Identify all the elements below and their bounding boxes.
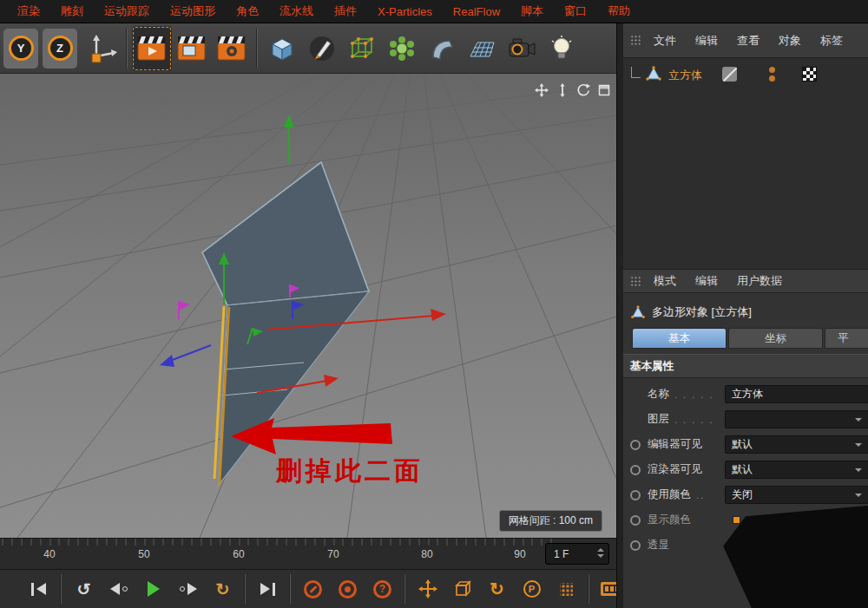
key-parameter-button[interactable]: P <box>516 573 548 605</box>
grip-icon[interactable] <box>630 276 641 287</box>
panel-splitter[interactable] <box>616 23 623 608</box>
move-axis-icon <box>85 32 118 65</box>
key-pla-button[interactable] <box>550 573 582 605</box>
menu-motion-tracker[interactable]: 运动跟踪 <box>94 3 160 19</box>
gear-flower-icon <box>387 34 417 63</box>
maximize-icon[interactable] <box>595 82 613 99</box>
deformer-button[interactable] <box>422 26 462 71</box>
animation-toggle-icon[interactable] <box>630 490 641 500</box>
om-menu-objects[interactable]: 对象 <box>769 33 811 49</box>
go-to-start-button[interactable] <box>23 573 55 605</box>
render-settings-button[interactable] <box>212 26 252 71</box>
go-to-end-button[interactable] <box>252 573 284 605</box>
uvw-tag-icon[interactable] <box>802 67 817 82</box>
tab-coordinates[interactable]: 坐标 <box>728 328 823 349</box>
om-menu-edit[interactable]: 编辑 <box>686 33 727 49</box>
key-position-button[interactable] <box>411 573 444 605</box>
subdivision-surface-button[interactable] <box>342 26 382 71</box>
menubar: 渲染 雕刻 运动跟踪 运动图形 角色 流水线 插件 X-Particles Re… <box>0 0 868 23</box>
object-name[interactable]: 立方体 <box>668 68 702 83</box>
pan-icon[interactable] <box>533 82 550 99</box>
play-button[interactable] <box>137 573 169 605</box>
menu-window[interactable]: 窗口 <box>554 3 597 19</box>
name-input[interactable]: 立方体 <box>725 385 868 403</box>
render-visibility-dropdown[interactable]: 默认 <box>725 461 868 479</box>
loop-playback-button[interactable]: ↻ <box>207 573 239 605</box>
edit-state-icon[interactable] <box>722 67 737 82</box>
tab-basic[interactable]: 基本 <box>632 328 727 349</box>
autokeying-button[interactable] <box>332 573 364 605</box>
ruler-label: 50 <box>138 548 149 560</box>
pen-spline-button[interactable] <box>302 26 342 71</box>
hierarchy-branch <box>631 67 641 78</box>
am-menu-edit[interactable]: 编辑 <box>686 273 727 289</box>
attr-row-use-color: 使用颜色 .. 关闭 <box>623 482 868 507</box>
menu-help[interactable]: 帮助 <box>597 3 641 19</box>
ruler-label: 40 <box>43 548 55 560</box>
render-picture-viewer-button[interactable] <box>172 26 212 71</box>
camera-button[interactable] <box>502 26 542 71</box>
main-toolbar: Y Z <box>0 23 616 74</box>
light-button[interactable] <box>542 26 582 71</box>
tab-phong[interactable]: 平 <box>825 328 868 349</box>
menu-plugins[interactable]: 插件 <box>324 3 367 19</box>
render-settings-icon <box>215 34 248 63</box>
frame-spinner[interactable] <box>597 548 604 558</box>
floor-grid-button[interactable] <box>462 26 502 71</box>
animation-toggle-icon[interactable] <box>630 540 641 551</box>
grid-spacing-label: 网格间距 : 100 cm <box>499 510 602 532</box>
key-scale-button[interactable] <box>446 573 478 605</box>
current-frame-field[interactable]: 1 F <box>545 543 609 565</box>
next-key-button[interactable] <box>172 573 204 605</box>
use-color-dropdown[interactable]: 关闭 <box>725 486 868 504</box>
pen-icon <box>307 34 337 63</box>
axis-lock-z-button[interactable]: Z <box>43 29 77 69</box>
grip-icon[interactable] <box>630 35 641 46</box>
zoom-icon[interactable] <box>554 82 571 99</box>
rotate-icon[interactable] <box>575 82 592 99</box>
previous-key-button[interactable] <box>102 573 135 605</box>
viewport-3d[interactable]: 删掉此二面 网格间距 : 100 cm <box>0 74 616 538</box>
axis-lock-y-icon: Y <box>9 36 34 61</box>
key-rotation-button[interactable]: ↻ <box>481 573 513 605</box>
ruler-ticks <box>0 539 556 546</box>
polygon-object-icon <box>630 304 646 320</box>
object-manager-list: 立方体 <box>623 58 868 269</box>
move-axis-tool-button[interactable] <box>82 26 122 71</box>
play-backwards-button[interactable]: ↺ <box>68 573 100 605</box>
ruler-label: 80 <box>421 548 432 560</box>
color-swatch[interactable] <box>733 516 740 524</box>
animation-toggle-icon[interactable] <box>630 440 641 450</box>
object-row-cube[interactable]: 立方体 <box>623 65 868 84</box>
om-menu-view[interactable]: 查看 <box>727 33 769 49</box>
animation-toggle-icon[interactable] <box>630 515 641 526</box>
menu-pipeline[interactable]: 流水线 <box>269 3 324 19</box>
am-menu-mode[interactable]: 模式 <box>644 273 686 289</box>
menu-render[interactable]: 渲染 <box>7 3 50 19</box>
viewport-nav <box>533 82 613 99</box>
cube-primitive-button[interactable] <box>262 26 302 71</box>
record-keyframe-button[interactable] <box>297 573 329 605</box>
mograph-array-button[interactable] <box>382 26 422 71</box>
ruler-label: 60 <box>233 548 244 560</box>
cinema4d-window: 渲染 雕刻 运动跟踪 运动图形 角色 流水线 插件 X-Particles Re… <box>0 0 868 608</box>
move-cross-icon <box>418 579 437 598</box>
menu-realflow[interactable]: RealFlow <box>443 5 510 18</box>
menu-xparticles[interactable]: X-Particles <box>367 5 443 18</box>
timeline-ruler[interactable]: 40 50 60 70 80 90 1 F <box>0 538 616 569</box>
visibility-dots-icon[interactable] <box>769 66 776 83</box>
menu-character[interactable]: 角色 <box>226 3 269 19</box>
menu-sculpt[interactable]: 雕刻 <box>50 3 94 19</box>
menu-mograph[interactable]: 运动图形 <box>160 3 226 19</box>
layer-field[interactable] <box>725 410 868 428</box>
menu-script[interactable]: 脚本 <box>510 3 554 19</box>
om-menu-tags[interactable]: 标签 <box>811 33 852 49</box>
animation-toggle-icon[interactable] <box>630 465 641 475</box>
om-menu-file[interactable]: 文件 <box>644 33 686 49</box>
axis-lock-y-button[interactable]: Y <box>3 29 38 69</box>
editor-visibility-dropdown[interactable]: 默认 <box>725 435 868 454</box>
transport-divider <box>401 574 409 604</box>
am-menu-userdata[interactable]: 用户数据 <box>727 273 792 289</box>
render-view-button[interactable] <box>132 26 172 71</box>
keyframe-help-button[interactable]: ? <box>366 573 398 605</box>
